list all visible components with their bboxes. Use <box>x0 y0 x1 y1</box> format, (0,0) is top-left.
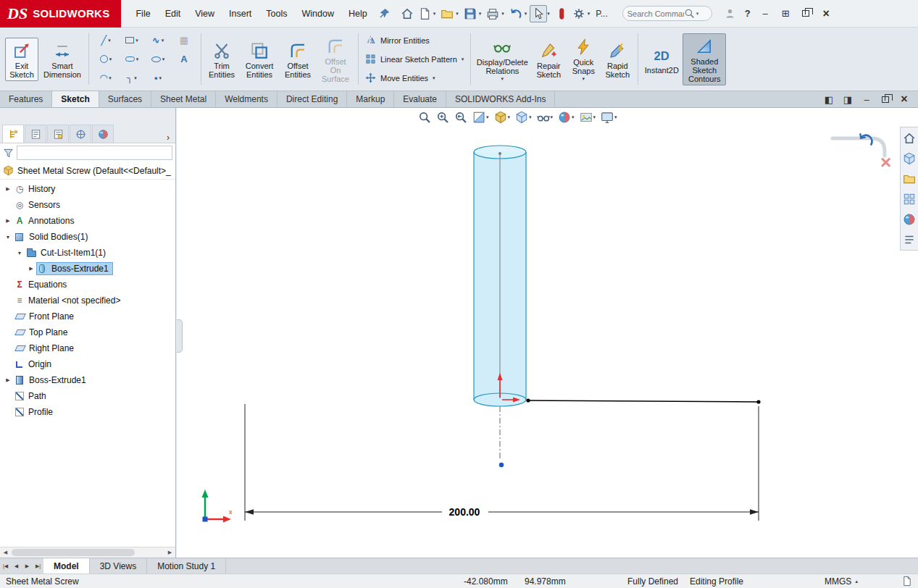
apply-scene-button[interactable]: ▾ <box>577 109 598 125</box>
custom-properties-button[interactable] <box>902 232 917 247</box>
tree-item-right-plane[interactable]: Right Plane <box>0 340 175 356</box>
tree-item-boss-extrude1[interactable]: ▶Boss-Extrude1 <box>0 261 175 277</box>
panel-horizontal-scrollbar[interactable]: ◀ ▶ <box>0 547 175 558</box>
tab-sheet-metal[interactable]: Sheet Metal <box>151 91 216 107</box>
options-button[interactable] <box>570 5 588 22</box>
undo-button[interactable] <box>507 5 525 22</box>
tree-item-boss-extrude1[interactable]: ▶Boss-Extrude1 <box>0 372 175 388</box>
toolbar-overflow[interactable]: P... <box>596 9 607 19</box>
tab-markup[interactable]: Markup <box>347 91 394 107</box>
sketch-tool-text-button[interactable]: A <box>171 51 197 68</box>
tab-solidworks-add-ins[interactable]: SOLIDWORKS Add-Ins <box>446 91 555 107</box>
mirror-entities-button[interactable]: Mirror Entities <box>362 31 433 49</box>
filter-input[interactable] <box>17 148 172 157</box>
design-library-button[interactable] <box>902 151 917 166</box>
menu-insert[interactable]: Insert <box>222 6 259 22</box>
dropdown-arrow-icon[interactable]: ▾ <box>572 114 575 120</box>
document-tab-3d-views[interactable]: 3D Views <box>90 558 147 574</box>
origin-marker[interactable] <box>499 463 504 467</box>
dropdown-arrow-icon[interactable]: ▾ <box>614 114 617 120</box>
appearances-button[interactable] <box>902 211 917 227</box>
tab-scroll-first-icon[interactable]: |◀ <box>0 558 11 574</box>
featuremanager-tab[interactable] <box>2 125 24 143</box>
tab-direct-editing[interactable]: Direct Editing <box>278 91 347 107</box>
open-document-dropdown-icon[interactable]: ▾ <box>456 11 459 17</box>
sketch-tool-circle-button[interactable]: ▾ <box>93 51 119 68</box>
tree-item-material-not-specified[interactable]: ≡Material <not specified> <box>0 293 175 308</box>
sketch-tool-ellipse-button[interactable]: ▾ <box>145 51 171 68</box>
configurationmanager-tab[interactable] <box>47 125 69 143</box>
dropdown-arrow-icon[interactable]: ▾ <box>593 114 596 120</box>
edit-appearance-button[interactable]: ▾ <box>556 109 577 125</box>
dropdown-arrow-icon[interactable]: ▾ <box>551 114 554 120</box>
tree-item-front-plane[interactable]: Front Plane <box>0 308 175 324</box>
pane-next-icon[interactable]: ◨ <box>841 93 854 106</box>
print-dropdown-icon[interactable]: ▾ <box>501 11 504 17</box>
expand-arrow-icon[interactable]: ▶ <box>3 377 13 383</box>
dropdown-arrow-icon[interactable]: ▾ <box>135 38 138 43</box>
offset-entities-button[interactable]: Offset Entities <box>280 38 315 81</box>
previous-view-button[interactable] <box>452 109 470 125</box>
dropdown-arrow-icon[interactable]: ▾ <box>501 76 504 82</box>
dropdown-arrow-icon[interactable]: ▾ <box>134 75 137 81</box>
dropdown-arrow-icon[interactable]: ▾ <box>109 56 112 62</box>
command-search[interactable]: ▾ <box>622 6 712 21</box>
hide-show-items-button[interactable]: ▾ <box>535 109 556 125</box>
menu-file[interactable]: File <box>128 6 157 22</box>
unit-system-selector[interactable]: MMGS ▲ <box>825 576 859 587</box>
sketch-tool-spline-button[interactable]: ∿▾ <box>145 32 171 49</box>
tab-scroll-next-icon[interactable]: ▶ <box>22 558 33 574</box>
sketch-tool-line-button[interactable]: ╱▾ <box>93 32 119 49</box>
instant2d-button[interactable]: Instant2D <box>642 42 681 77</box>
scrollbar-track[interactable] <box>11 547 164 558</box>
sketch-tool-point-button[interactable]: •▾ <box>145 70 171 87</box>
help-icon[interactable]: ? <box>741 8 754 19</box>
panel-tabs-overflow-icon[interactable]: › <box>161 133 175 143</box>
search-dropdown-icon[interactable]: ▾ <box>696 11 699 17</box>
pin-icon[interactable] <box>379 8 390 19</box>
menu-help[interactable]: Help <box>341 6 375 22</box>
tree-item-equations[interactable]: ΣEquations <box>0 277 175 293</box>
home-button[interactable] <box>902 130 917 146</box>
sketch-graphics[interactable]: 200.00 x <box>177 108 918 558</box>
displaymanager-tab[interactable] <box>92 125 114 143</box>
cancel-sketch-icon[interactable]: × <box>880 153 891 172</box>
section-view-button[interactable]: ▾ <box>470 109 491 125</box>
document-tab-motion-study-1[interactable]: Motion Study 1 <box>147 558 226 574</box>
exit-sketch-confirm-icon[interactable] <box>857 131 875 148</box>
tree-item-solid-bodies-1[interactable]: ▼Solid Bodies(1) <box>0 229 175 245</box>
document-tab-model[interactable]: Model <box>43 558 90 574</box>
restore-document-button[interactable] <box>879 93 892 106</box>
select-dropdown-icon[interactable]: ▾ <box>547 11 550 17</box>
open-document-button[interactable] <box>438 5 456 22</box>
tab-evaluate[interactable]: Evaluate <box>394 91 446 107</box>
dropdown-arrow-icon[interactable]: ▾ <box>529 114 532 120</box>
options-dropdown-icon[interactable]: ▾ <box>588 11 591 17</box>
dimension-value[interactable]: 200.00 <box>449 506 480 518</box>
smart-dimension-button[interactable]: Smart Dimension <box>40 38 85 81</box>
tree-root-item[interactable]: Sheet Metal Screw (Default<<Default>_ <box>0 162 175 180</box>
restore-button[interactable] <box>797 6 815 22</box>
scroll-right-icon[interactable]: ▶ <box>164 547 175 558</box>
new-document-button[interactable] <box>416 5 433 22</box>
dimension-200[interactable]: 200.00 <box>245 404 759 521</box>
dropdown-arrow-icon[interactable]: ▾ <box>109 75 112 81</box>
pane-previous-icon[interactable]: ◧ <box>822 93 835 106</box>
zoom-to-area-button[interactable] <box>434 109 451 125</box>
display-delete-relations-button[interactable]: Display/Delete Relations ▾ <box>475 34 530 84</box>
move-entities-button[interactable]: Move Entities ▾ <box>362 69 438 87</box>
propertymanager-tab[interactable] <box>25 125 46 143</box>
dropdown-arrow-icon[interactable]: ▾ <box>433 75 435 81</box>
tab-surfaces[interactable]: Surfaces <box>99 91 151 107</box>
shaded-sketch-contours-button[interactable]: Shaded Sketch Contours <box>683 33 726 85</box>
dropdown-arrow-icon[interactable]: ▾ <box>462 56 464 62</box>
menu-tools[interactable]: Tools <box>259 6 294 22</box>
tree-item-history[interactable]: ▶◷History <box>0 181 175 197</box>
search-input[interactable] <box>627 9 684 18</box>
menu-view[interactable]: View <box>188 6 222 22</box>
tab-weldments[interactable]: Weldments <box>216 91 278 107</box>
display-style-button[interactable]: ▾ <box>513 109 534 125</box>
linear-sketch-pattern-button[interactable]: Linear Sketch Pattern ▾ <box>362 50 467 68</box>
dropdown-arrow-icon[interactable]: ▾ <box>508 114 511 120</box>
expand-arrow-icon[interactable]: ▶ <box>3 186 13 192</box>
